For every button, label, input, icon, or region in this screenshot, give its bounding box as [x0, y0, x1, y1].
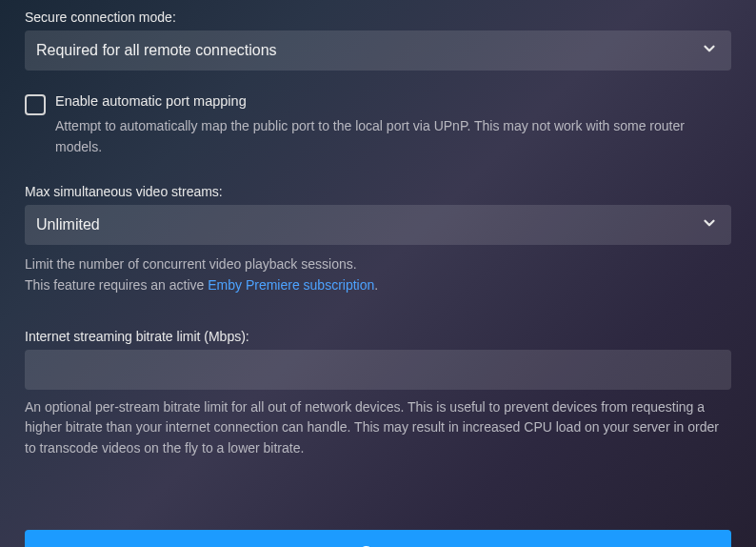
max-streams-value: Unlimited	[36, 216, 100, 233]
bitrate-limit-input[interactable]	[25, 350, 731, 390]
port-mapping-content: Enable automatic port mapping Attempt to…	[55, 93, 731, 157]
secure-connection-select[interactable]: Required for all remote connections	[25, 30, 731, 71]
port-mapping-help: Attempt to automatically map the public …	[55, 116, 731, 157]
secure-connection-value: Required for all remote connections	[36, 42, 277, 59]
max-streams-help2-suffix: .	[374, 277, 378, 293]
max-streams-help1: Limit the number of concurrent video pla…	[25, 254, 731, 275]
max-streams-section: Max simultaneous video streams: Unlimite…	[25, 184, 731, 295]
port-mapping-label: Enable automatic port mapping	[55, 93, 731, 109]
max-streams-select[interactable]: Unlimited	[25, 205, 731, 245]
bitrate-limit-help: An optional per-stream bitrate limit for…	[25, 397, 731, 459]
port-mapping-checkbox[interactable]	[25, 94, 46, 115]
max-streams-label: Max simultaneous video streams:	[25, 184, 731, 199]
max-streams-help2-prefix: This feature requires an active	[25, 277, 208, 293]
bitrate-limit-section: Internet streaming bitrate limit (Mbps):…	[25, 329, 731, 459]
secure-connection-label: Secure connection mode:	[25, 10, 731, 25]
secure-connection-select-wrapper: Required for all remote connections	[25, 30, 731, 71]
bitrate-limit-label: Internet streaming bitrate limit (Mbps):	[25, 329, 731, 344]
port-mapping-row: Enable automatic port mapping Attempt to…	[25, 93, 731, 157]
emby-premiere-link[interactable]: Emby Premiere subscription	[208, 277, 374, 293]
secure-connection-section: Secure connection mode: Required for all…	[25, 10, 731, 71]
save-button[interactable]: Save	[25, 530, 731, 547]
max-streams-select-wrapper: Unlimited	[25, 205, 731, 245]
max-streams-help2: This feature requires an active Emby Pre…	[25, 275, 731, 296]
